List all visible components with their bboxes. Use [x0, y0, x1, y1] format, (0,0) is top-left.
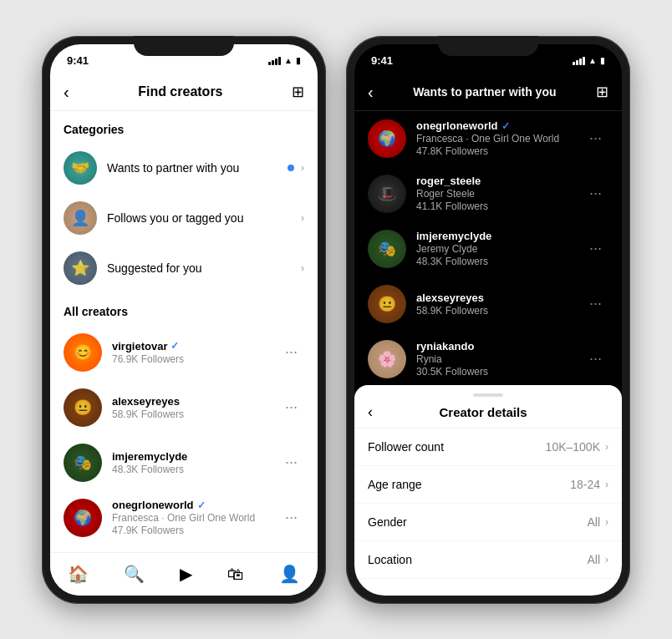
status-icons-right: ▲ ▮ [573, 56, 605, 65]
sheet-row-age[interactable]: Age range 18-24 › [354, 466, 622, 504]
category-label-partner: Wants to partner with you [107, 161, 288, 175]
tab-reels[interactable]: ▶ [180, 564, 192, 584]
r-verified-onegrloneworld: ✓ [501, 120, 510, 132]
creator-sub-imjeremyclyde: 48.3K Followers [112, 464, 278, 475]
sheet-row-follower-count[interactable]: Follower count 10K–100K › [354, 429, 622, 466]
sheet-chevron-age: › [605, 479, 608, 490]
more-button-virgietovar[interactable]: ··· [278, 340, 304, 364]
category-item-follows[interactable]: 👤 Follows you or tagged you › [50, 193, 318, 243]
chevron-icon-partner: › [301, 162, 304, 174]
filter-button-right[interactable]: ⊞ [596, 83, 608, 101]
category-avatar-suggested: ⭐ [64, 251, 97, 285]
creator-name-onegrloneworld: onegrloneworld ✓ [112, 499, 278, 511]
status-icons-left: ▲ ▮ [268, 56, 301, 65]
sheet-row-value-gender: All [587, 515, 600, 529]
tab-profile[interactable]: 👤 [279, 564, 300, 584]
r-followers-roger: 41.1K Followers [416, 200, 583, 212]
r-info-roger: roger_steele Roger Steele 41.1K Follower… [416, 175, 583, 212]
left-phone: 9:41 ▲ ▮ ‹ Find creators ⊞ [42, 36, 326, 604]
r-followers-ryniakando: 30.5K Followers [416, 366, 583, 378]
r-creator-imjeremyclyde[interactable]: 🎭 imjeremyclyde Jeremy Clyde 48.3K Follo… [354, 221, 622, 276]
r-info-onegrloneworld: onegrloneworld ✓ Francesca · One Girl On… [416, 119, 583, 157]
creator-followers-onegrloneworld: 47.9K Followers [112, 525, 278, 536]
category-avatar-follows: 👤 [64, 201, 97, 235]
r-more-alexseyreyes[interactable]: ··· [583, 292, 608, 316]
r-creator-ryniakando[interactable]: 🌸 ryniakando Rynia 30.5K Followers ··· [354, 332, 622, 387]
sheet-back-button[interactable]: ‹ [368, 403, 373, 421]
r-followers-onegrloneworld: 47.8K Followers [416, 145, 583, 157]
status-time-left: 9:41 [67, 54, 89, 67]
creator-item-alexseyreyes[interactable]: 😐 alexseyreyes 58.9K Followers ··· [50, 380, 318, 435]
creator-sub-alexseyreyes: 58.9K Followers [112, 408, 278, 420]
sheet-row-label-gender: Gender [368, 515, 587, 529]
creator-sub-virgietovar: 76.9K Followers [112, 353, 278, 365]
creator-item-onegrloneworld[interactable]: 🌍 onegrloneworld ✓ Francesca · One Girl … [50, 490, 318, 545]
category-item-partner[interactable]: 🤝 Wants to partner with you › [50, 143, 318, 193]
chevron-icon-follows: › [301, 212, 304, 224]
r-name-roger: roger_steele [416, 175, 583, 187]
r-creator-roger[interactable]: 🎩 roger_steele Roger Steele 41.1K Follow… [354, 166, 622, 221]
all-creators-header: All creators [50, 293, 318, 325]
filter-button-left[interactable]: ⊞ [292, 83, 304, 101]
r-avatar-onegrloneworld: 🌍 [368, 119, 406, 158]
category-label-follows: Follows you or tagged you [107, 211, 301, 225]
r-more-imjeremyclyde[interactable]: ··· [583, 236, 608, 261]
creator-item-virgietovar[interactable]: 😊 virgietovar ✓ 76.9K Followers ··· [50, 325, 318, 380]
more-button-onegrloneworld[interactable]: ··· [278, 505, 304, 530]
creator-item-roger-steele[interactable]: 🎩 roger_steele 41.1K Followers ··· [50, 545, 318, 552]
sheet-row-location[interactable]: Location All › [354, 541, 622, 579]
creator-avatar-imjeremyclyde: 🎭 [64, 444, 102, 482]
left-content: Categories 🤝 Wants to partner with you ›… [50, 111, 318, 552]
signal-icon [268, 57, 281, 65]
tab-shop[interactable]: 🛍 [227, 565, 244, 584]
bottom-tabs: 🏠 🔍 ▶ 🛍 👤 [50, 552, 318, 596]
r-sub-ryniakando: Rynia [416, 353, 583, 365]
category-avatar-partner: 🤝 [64, 151, 97, 185]
r-avatar-ryniakando: 🌸 [368, 340, 406, 378]
page-title-right: Wants to partner with you [374, 85, 596, 99]
tab-home[interactable]: 🏠 [68, 564, 89, 584]
creator-avatar-onegrloneworld: 🌍 [64, 499, 102, 537]
r-more-roger[interactable]: ··· [583, 181, 608, 205]
right-phone: 9:41 ▲ ▮ ‹ Wants to partner with you ⊞ [346, 36, 630, 604]
creator-item-imjeremyclyde[interactable]: 🎭 imjeremyclyde 48.3K Followers ··· [50, 435, 318, 490]
back-button-left[interactable]: ‹ [64, 83, 69, 102]
more-button-imjeremyclyde[interactable]: ··· [278, 450, 304, 474]
battery-icon: ▮ [296, 56, 301, 65]
sheet-chevron-gender: › [605, 516, 608, 528]
page-title-left: Find creators [69, 84, 292, 99]
more-button-alexseyreyes[interactable]: ··· [278, 395, 304, 419]
r-more-onegrloneworld[interactable]: ··· [583, 126, 608, 150]
r-name-alexseyreyes: alexseyreyes [416, 292, 583, 304]
sheet-chevron-location: › [605, 554, 608, 565]
signal-icon-right [573, 57, 585, 65]
categories-header: Categories [50, 111, 318, 143]
nav-bar-left: ‹ Find creators ⊞ [50, 74, 318, 111]
r-sub-onegrloneworld: Francesca · One Girl One World [416, 133, 583, 145]
creator-details-sheet: ‹ Creator details Follower count 10K–100… [354, 385, 622, 596]
verified-badge-virgietovar: ✓ [171, 340, 179, 352]
chevron-icon-suggested: › [301, 262, 304, 274]
sheet-chevron-follower: › [605, 441, 608, 453]
sheet-row-value-age: 18-24 [570, 478, 600, 491]
r-sub-roger: Roger Steele [416, 188, 583, 200]
creator-name-virgietovar: virgietovar ✓ [112, 340, 278, 352]
status-time-right: 9:41 [371, 54, 393, 67]
tab-search[interactable]: 🔍 [124, 564, 145, 584]
back-button-right[interactable]: ‹ [368, 83, 374, 102]
creator-info-alexseyreyes: alexseyreyes 58.9K Followers [112, 395, 278, 420]
creator-sub-onegrloneworld: Francesca · One Girl One World [112, 512, 278, 524]
category-item-suggested[interactable]: ⭐ Suggested for you › [50, 243, 318, 293]
r-creator-onegrloneworld[interactable]: 🌍 onegrloneworld ✓ Francesca · One Girl … [354, 111, 622, 166]
r-avatar-imjeremyclyde: 🎭 [368, 230, 406, 268]
nav-bar-right: ‹ Wants to partner with you ⊞ [354, 74, 622, 111]
sheet-row-gender[interactable]: Gender All › [354, 504, 622, 541]
r-creator-alexseyreyes[interactable]: 😐 alexseyreyes 58.9K Followers ··· [354, 276, 622, 332]
creator-name-imjeremyclyde: imjeremyclyde [112, 450, 278, 463]
creator-info-onegrloneworld: onegrloneworld ✓ Francesca · One Girl On… [112, 499, 278, 536]
r-name-ryniakando: ryniakando [416, 340, 583, 352]
r-sub-imjeremyclyde: Jeremy Clyde [416, 243, 583, 255]
r-more-ryniakando[interactable]: ··· [583, 347, 608, 371]
r-avatar-alexseyreyes: 😐 [368, 285, 406, 323]
verified-badge-onegrloneworld: ✓ [197, 500, 206, 511]
